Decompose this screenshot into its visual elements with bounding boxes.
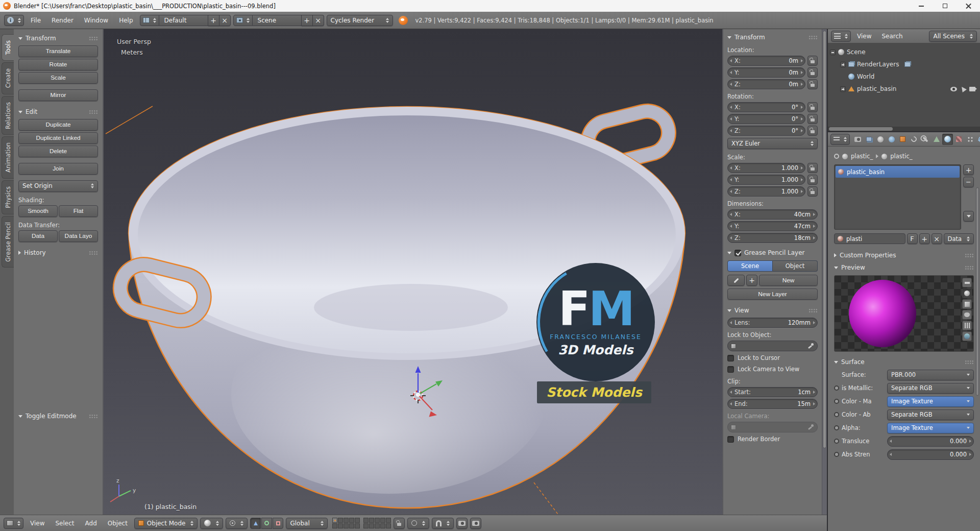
panel-grip-icon[interactable] [808,308,818,313]
material-slot-list[interactable]: plastic_basin [834,164,961,230]
lens-field[interactable]: Lens:120mm [727,318,818,328]
lock-location-y-button[interactable] [807,67,818,78]
scrollbar-thumb[interactable] [829,127,893,131]
lock-to-cursor-row[interactable]: Lock to Cursor [727,352,818,364]
scene-icon-button[interactable] [233,15,253,26]
data-transfer-layout-button[interactable]: Data Layo [59,230,98,242]
grease-pencil-panel-header[interactable]: Grease Pencil Layer [727,247,818,259]
translate-button[interactable]: Translate [18,45,98,57]
dimension-z-field[interactable]: Z:18cm [727,233,818,243]
tab-object-data[interactable] [931,134,942,145]
outliner-menu-view[interactable]: View [853,33,875,40]
editor-type-button-properties[interactable] [830,134,850,145]
scene-name[interactable]: Scene [253,15,302,26]
layer-toggle[interactable] [349,518,354,523]
preview-hair-button[interactable] [962,321,972,330]
tab-material[interactable] [942,134,953,145]
render-engine-select[interactable]: Cycles Render [327,15,393,26]
outliner-item-plastic-basin[interactable]: plastic_basin [830,83,978,95]
close-button[interactable] [957,0,980,12]
transform-panel-header[interactable]: Transform [18,32,98,44]
eyedropper-icon[interactable] [807,343,814,349]
menu-add[interactable]: Add [81,520,101,527]
scale-x-field[interactable]: X:1.000 [727,163,805,173]
lock-location-x-button[interactable] [807,56,818,66]
lock-to-scene-button[interactable] [394,518,405,529]
snap-select[interactable] [432,518,454,529]
mode-select[interactable]: Object Mode [134,518,198,529]
layer-toggle[interactable] [332,523,337,528]
set-origin-select[interactable]: Set Origin [18,180,98,192]
panel-grip-icon[interactable] [89,414,98,419]
opengl-render-button[interactable] [456,518,468,529]
material-link-select[interactable]: Data [944,233,974,244]
panel-grip-icon[interactable] [965,360,974,365]
menu-object[interactable]: Object [104,520,132,527]
menu-window[interactable]: Window [80,17,112,24]
location-x-field[interactable]: X:0m [727,56,805,66]
material-specials-button[interactable] [963,211,974,222]
visibility-eye-icon[interactable] [950,87,957,91]
render-border-row[interactable]: Render Border [727,433,818,445]
toolshelf-tab-animation[interactable]: Animation [2,136,14,179]
menu-render[interactable]: Render [47,17,78,24]
npanel-scrollbar[interactable] [822,29,827,515]
toolshelf-tab-physics[interactable]: Physics [2,180,14,214]
node-socket-icon[interactable] [834,399,839,404]
gp-source-object-button[interactable]: Object [773,260,818,272]
tab-render[interactable] [852,134,863,145]
scrollbar-thumb[interactable] [823,31,826,448]
view-panel-header[interactable]: View [727,304,818,317]
delete-scene-button[interactable] [313,15,324,26]
clip-start-field[interactable]: Start:1cm [727,387,818,397]
layer-toggle[interactable] [344,518,349,523]
outliner-filter-select[interactable]: All Scenes [929,31,977,42]
preview-flat-button[interactable] [962,278,972,287]
preview-sky-button[interactable] [962,331,972,341]
properties-scrollbar[interactable] [975,150,979,528]
remove-material-slot-button[interactable] [963,177,974,187]
rotation-z-field[interactable]: Z:0° [727,126,805,136]
collapse-expander-icon[interactable] [830,50,836,55]
local-camera-field[interactable] [727,422,818,432]
rotate-button[interactable]: Rotate [18,59,98,70]
lock-location-z-button[interactable] [807,79,818,89]
preview-cube-button[interactable] [962,299,972,309]
tab-modifiers[interactable] [920,134,930,145]
color-ab-input-select[interactable]: Separate RGB [887,409,974,420]
layer-toggle[interactable] [363,523,369,528]
transform-orientation-select[interactable]: Global [286,518,328,529]
lock-scale-x-button[interactable] [807,163,818,173]
data-transfer-data-button[interactable]: Data [18,230,58,242]
preview-panel-header[interactable]: Preview [834,261,974,274]
minimize-button[interactable] [910,0,933,12]
lock-to-object-field[interactable] [727,341,818,351]
join-button[interactable]: Join [18,163,98,175]
outliner-menu-search[interactable]: Search [877,33,906,40]
add-screen-layout-button[interactable] [208,15,219,26]
custom-properties-panel-header[interactable]: Custom Properties [834,249,974,261]
layer-toggle[interactable] [349,523,354,528]
viewport-shading-select[interactable] [200,518,223,529]
panel-grip-icon[interactable] [89,251,98,255]
proportional-edit-select[interactable] [407,518,429,529]
color-main-input-select[interactable]: Image Texture [887,396,974,407]
delete-button[interactable]: Delete [18,146,98,157]
pivot-point-select[interactable] [226,518,248,529]
node-socket-icon[interactable] [834,452,839,457]
layer-toggle[interactable] [369,518,374,523]
scale-manipulator-toggle[interactable] [273,518,283,529]
rotation-x-field[interactable]: X:0° [727,102,805,112]
panel-grip-icon[interactable] [965,266,974,270]
viewport-3d[interactable]: y z User Persp Meters (1) plastic_basin … [104,29,722,515]
scrollbar-thumb[interactable] [976,187,979,396]
layer-toggle[interactable] [363,518,369,523]
tab-scene[interactable] [875,134,886,145]
render-border-checkbox[interactable] [727,436,734,443]
clip-end-field[interactable]: End:15m [727,399,818,409]
lock-to-cursor-checkbox[interactable] [727,355,734,361]
toolshelf-tab-grease-pencil[interactable]: Grease Pencil [2,216,14,268]
screen-layout-icon-button[interactable] [140,15,159,26]
breadcrumb-object[interactable]: plastic_ [851,153,873,160]
preview-sphere-button[interactable] [962,288,972,298]
